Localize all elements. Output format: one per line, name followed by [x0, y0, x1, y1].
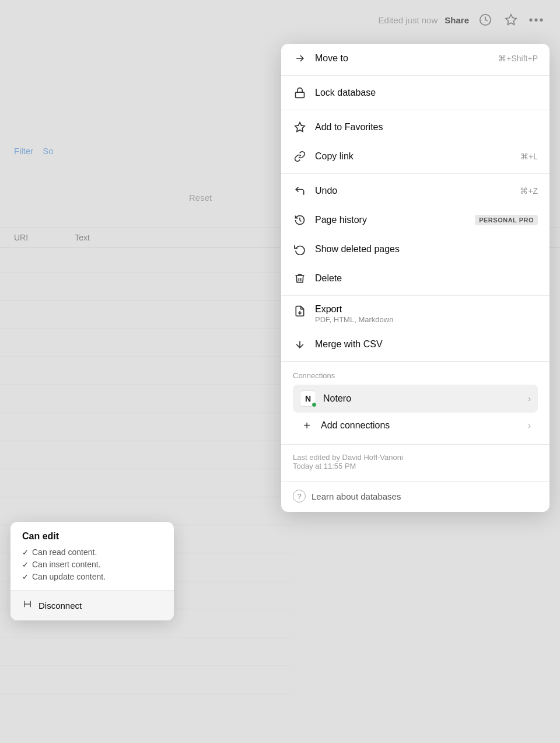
menu-item-lock-label: Lock database — [315, 88, 538, 98]
menu-item-move-to[interactable]: Move to ⌘+Shift+P — [281, 44, 550, 73]
menu-item-copy-link[interactable]: Copy link ⌘+L — [281, 142, 550, 171]
menu-item-copy-link-shortcut: ⌘+L — [520, 152, 538, 161]
menu-item-move-to-shortcut: ⌘+Shift+P — [498, 54, 538, 63]
svg-marker-3 — [295, 123, 305, 132]
can-edit-update-label: Can update content. — [32, 572, 106, 581]
add-connections-chevron: › — [528, 421, 531, 430]
can-edit-title: Can edit — [22, 531, 162, 542]
divider-4 — [281, 295, 550, 296]
learn-label: Learn about databases — [312, 491, 401, 501]
last-edited-section: Last edited by David Hoff-Vanoni Today a… — [281, 447, 550, 479]
add-connections-label: Add connections — [321, 420, 390, 431]
check-update-icon: ✓ — [22, 573, 29, 581]
export-icon — [293, 304, 307, 318]
menu-item-page-history-label: Page history — [315, 215, 467, 225]
divider-2 — [281, 110, 550, 110]
connection-add[interactable]: + Add connections › — [293, 413, 538, 438]
can-edit-item-insert: ✓ Can insert content. — [22, 560, 162, 569]
can-edit-insert-label: Can insert content. — [32, 560, 101, 569]
delete-icon — [293, 271, 307, 285]
menu-item-show-deleted[interactable]: Show deleted pages — [281, 235, 550, 264]
notero-label: Notero — [323, 393, 351, 404]
menu-item-undo-label: Undo — [315, 186, 512, 196]
divider-1 — [281, 75, 550, 76]
page-history-badge: PERSONAL PRO — [475, 215, 538, 225]
divider-6 — [281, 444, 550, 445]
disconnect-icon — [22, 599, 33, 612]
menu-item-copy-link-label: Copy link — [315, 151, 512, 162]
menu-item-merge-csv[interactable]: Merge with CSV — [281, 330, 550, 359]
disconnect-button[interactable]: Disconnect — [10, 591, 174, 620]
learn-icon: ? — [293, 490, 306, 503]
menu-item-lock-database[interactable]: Lock database — [281, 78, 550, 107]
show-deleted-icon — [293, 242, 307, 256]
connections-section: Connections N Notero › + Add connections… — [281, 364, 550, 442]
menu-item-add-favorites[interactable]: Add to Favorites — [281, 113, 550, 142]
notero-icon: N — [300, 390, 316, 407]
menu-item-page-history[interactable]: Page history PERSONAL PRO — [281, 205, 550, 235]
can-edit-item-update: ✓ Can update content. — [22, 572, 162, 581]
divider-3 — [281, 173, 550, 174]
notero-chevron: › — [528, 394, 531, 403]
menu-item-show-deleted-label: Show deleted pages — [315, 244, 538, 254]
menu-item-move-to-label: Move to — [315, 53, 490, 64]
move-to-icon — [293, 51, 307, 65]
menu-item-undo-shortcut: ⌘+Z — [520, 186, 538, 196]
export-label: Export — [315, 304, 393, 315]
export-sub: PDF, HTML, Markdown — [315, 315, 393, 324]
can-edit-tooltip: Can edit ✓ Can read content. ✓ Can inser… — [10, 522, 174, 620]
can-edit-item-read: ✓ Can read content. — [22, 547, 162, 557]
connection-notero[interactable]: N Notero › — [293, 385, 538, 413]
favorites-icon — [293, 120, 307, 134]
divider-5 — [281, 361, 550, 362]
last-edited-by: Last edited by David Hoff-Vanoni — [293, 453, 538, 462]
disconnect-label: Disconnect — [38, 601, 82, 611]
check-read-icon: ✓ — [22, 548, 29, 557]
menu-item-delete-label: Delete — [315, 273, 538, 284]
can-edit-header: Can edit ✓ Can read content. ✓ Can inser… — [10, 522, 174, 590]
menu-item-delete[interactable]: Delete — [281, 264, 550, 293]
merge-csv-icon — [293, 337, 307, 351]
undo-icon — [293, 184, 307, 198]
add-connections-icon: + — [300, 418, 314, 432]
export-text-block: Export PDF, HTML, Markdown — [315, 304, 393, 324]
last-edited-time: Today at 11:55 PM — [293, 462, 538, 470]
copy-link-icon — [293, 149, 307, 163]
can-edit-read-label: Can read content. — [32, 547, 97, 557]
learn-section[interactable]: ? Learn about databases — [281, 484, 550, 512]
divider-7 — [281, 481, 550, 482]
lock-icon — [293, 86, 307, 100]
menu-item-merge-csv-label: Merge with CSV — [315, 339, 538, 350]
check-insert-icon: ✓ — [22, 560, 29, 569]
notero-active-dot — [312, 402, 317, 407]
svg-rect-2 — [296, 92, 304, 97]
menu-item-favorites-label: Add to Favorites — [315, 122, 538, 132]
connections-label: Connections — [293, 371, 538, 380]
dropdown-menu: Move to ⌘+Shift+P Lock database Add to F… — [281, 44, 550, 512]
menu-item-undo[interactable]: Undo ⌘+Z — [281, 176, 550, 205]
menu-item-export[interactable]: Export PDF, HTML, Markdown — [281, 298, 550, 330]
page-history-icon — [293, 213, 307, 227]
